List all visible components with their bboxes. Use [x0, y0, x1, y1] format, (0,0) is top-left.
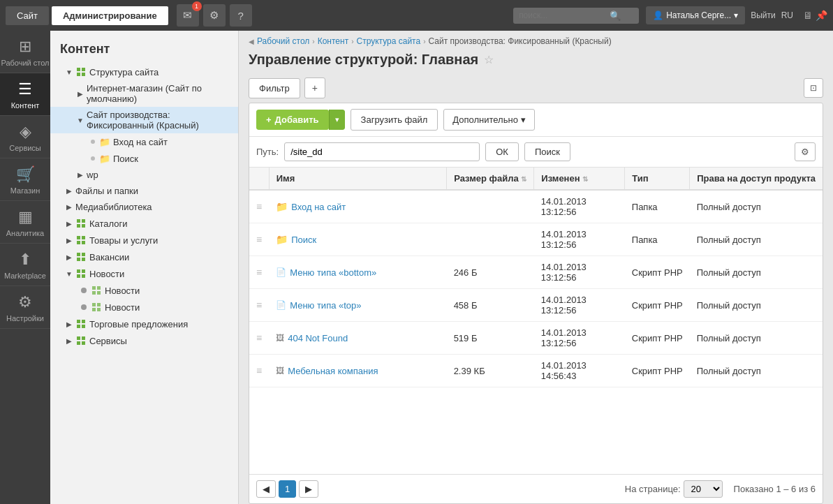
- drag-handle[interactable]: ≡: [249, 322, 269, 355]
- tree-item-vacancies[interactable]: ▶ Вакансии: [50, 249, 238, 265]
- admin-button[interactable]: Администрирование: [52, 6, 168, 25]
- top-bar: Сайт Администрирование ✉ 1 ⚙ ? 🔍 👤 Натал…: [0, 0, 833, 31]
- sidebar-item-settings[interactable]: ⚙ Настройки: [0, 286, 50, 329]
- breadcrumb-dashboard[interactable]: Рабочий стол: [257, 36, 309, 46]
- file-link[interactable]: 🖼Мебельная компания: [276, 366, 439, 376]
- next-page-button[interactable]: ▶: [299, 480, 318, 498]
- tree-item-login[interactable]: 📁 Вход на сайт: [50, 133, 238, 150]
- tree-item-catalogs[interactable]: ▶ Каталоги: [50, 215, 238, 232]
- settings-icon[interactable]: ⚙: [203, 4, 226, 27]
- sidebar-item-shop-label: Магазин: [10, 186, 40, 195]
- prev-page-button[interactable]: ◀: [256, 480, 276, 498]
- tree-item-search[interactable]: 📁 Поиск: [50, 150, 238, 167]
- breadcrumb-structure[interactable]: Структура сайта: [356, 36, 420, 46]
- drag-handle[interactable]: ≡: [249, 355, 269, 387]
- file-link[interactable]: 📁Поиск: [276, 234, 439, 245]
- svg-rect-2: [77, 73, 80, 76]
- tree-arrow-catalogs: ▶: [64, 218, 74, 228]
- col-header-type[interactable]: Тип: [625, 168, 690, 190]
- pin-icon[interactable]: 📌: [816, 10, 827, 21]
- grid-icon-products: [75, 235, 87, 246]
- expand-button[interactable]: ⊡: [804, 78, 823, 98]
- upload-button[interactable]: Загрузить файл: [351, 109, 438, 131]
- sort-modified-icon[interactable]: ⇅: [582, 175, 588, 183]
- tree-item-products[interactable]: ▶ Товары и услуги: [50, 232, 238, 249]
- user-name: Наталья Серге...: [666, 10, 731, 20]
- logout-button[interactable]: Выйти: [751, 10, 776, 20]
- sidebar-item-services-label: Сервисы: [9, 144, 41, 152]
- tree-label-site-structure: Структура сайта: [89, 67, 159, 77]
- file-link[interactable]: 📁Вход на сайт: [276, 201, 439, 212]
- sort-size-icon[interactable]: ⇅: [521, 175, 526, 183]
- drag-handle[interactable]: ≡: [249, 289, 269, 322]
- messages-icon[interactable]: ✉ 1: [177, 4, 199, 27]
- favorite-star-icon[interactable]: ☆: [484, 53, 494, 66]
- search-button[interactable]: Поиск: [524, 142, 570, 161]
- site-button[interactable]: Сайт: [6, 6, 49, 25]
- tree-item-files[interactable]: ▶ Файлы и папки: [50, 183, 238, 199]
- search-input[interactable]: [519, 10, 610, 20]
- file-name-cell: 🖼Мебельная компания: [269, 355, 446, 387]
- tree-item-news-sub1[interactable]: Новости: [50, 282, 238, 299]
- additional-dropdown-icon: ▾: [521, 114, 526, 125]
- add-label: Добавить: [275, 114, 319, 125]
- bullet-news-sub2: [81, 304, 87, 310]
- ok-button[interactable]: ОК: [485, 142, 519, 161]
- grid-icon-site-structure: [75, 66, 87, 77]
- tree-arrow-production-site: ▼: [75, 115, 85, 125]
- path-input[interactable]: [284, 142, 480, 161]
- tree-arrow-media: ▶: [64, 202, 74, 212]
- sidebar-item-dashboard[interactable]: ⊞ Рабочий стол: [0, 31, 50, 73]
- add-dropdown-arrow[interactable]: ▾: [329, 110, 345, 130]
- tree-item-internet-shop[interactable]: ▶ Интернет-магазин (Сайт по умолчанию): [50, 80, 238, 107]
- tree-arrow-news: ▼: [64, 269, 74, 279]
- tree-arrow-products: ▶: [64, 235, 74, 245]
- tree-item-news-sub2[interactable]: Новости: [50, 299, 238, 316]
- page-1-button[interactable]: 1: [279, 480, 296, 498]
- per-page-select[interactable]: 20 50 100: [684, 480, 723, 498]
- grid-icon-news-sub1: [91, 285, 102, 296]
- sidebar-item-marketplace[interactable]: ⬆ Marketplace: [0, 244, 50, 286]
- tree-item-production-site[interactable]: ▼ Сайт производства: Фиксированный (Крас…: [50, 107, 238, 133]
- file-link[interactable]: 📄Меню типа «top»: [276, 300, 439, 311]
- file-size-cell: [447, 223, 534, 256]
- add-plus-button[interactable]: +: [304, 77, 325, 98]
- sidebar-item-services[interactable]: ◈ Сервисы: [0, 116, 50, 158]
- svg-rect-10: [77, 241, 80, 244]
- user-button[interactable]: 👤 Наталья Серге... ▾: [646, 6, 745, 24]
- showing-label: Показано 1 – 6 из 6: [734, 484, 816, 494]
- drag-handle[interactable]: ≡: [249, 256, 269, 289]
- tree-item-media[interactable]: ▶ Медиабиблиотека: [50, 199, 238, 215]
- add-button[interactable]: + Добавить: [256, 110, 329, 130]
- sidebar-item-analytics[interactable]: ▦ Аналитика: [0, 201, 50, 244]
- col-header-access[interactable]: Права на доступ продукта: [690, 168, 823, 190]
- help-icon[interactable]: ?: [230, 4, 252, 27]
- col-header-name[interactable]: Имя: [269, 168, 446, 190]
- drag-handle[interactable]: ≡: [249, 223, 269, 256]
- additional-button[interactable]: Дополнительно ▾: [443, 109, 535, 131]
- sidebar-item-content[interactable]: ☰ Контент: [0, 73, 50, 116]
- drag-handle[interactable]: ≡: [249, 190, 269, 223]
- col-header-modified[interactable]: Изменен ⇅: [534, 168, 625, 190]
- breadcrumb-current: Сайт производства: Фиксированный (Красны…: [429, 36, 612, 46]
- tree-item-site-structure[interactable]: ▼ Структура сайта: [50, 64, 238, 80]
- filter-button[interactable]: Фильтр: [249, 78, 300, 98]
- breadcrumb-content[interactable]: Контент: [318, 36, 348, 46]
- tree-item-news[interactable]: ▼ Новости: [50, 265, 238, 282]
- col-header-size[interactable]: Размер файла ⇅: [447, 168, 534, 190]
- file-link[interactable]: 🖼404 Not Found: [276, 333, 439, 343]
- drag-handle-icon: ≡: [256, 234, 262, 245]
- tree-item-offers[interactable]: ▶ Торговые предложения: [50, 316, 238, 332]
- language-button[interactable]: RU: [781, 10, 793, 20]
- path-bar: Путь: ОК Поиск ⚙: [249, 137, 823, 168]
- tree-item-wp[interactable]: ▶ wp: [50, 167, 238, 183]
- monitor-icon[interactable]: 🖥: [803, 10, 813, 21]
- sidebar-item-shop[interactable]: 🛒 Магазин: [0, 158, 50, 201]
- tree-item-svc[interactable]: ▶ Сервисы: [50, 332, 238, 349]
- main-content: ◀ Рабочий стол › Контент › Структура сай…: [239, 31, 833, 504]
- svg-rect-6: [77, 224, 80, 228]
- gear-button[interactable]: ⚙: [795, 142, 816, 161]
- tree-label-search: Поиск: [113, 154, 138, 164]
- table-row: ≡🖼404 Not Found519 Б14.01.2013 13:12:56С…: [249, 322, 823, 355]
- file-link[interactable]: 📄Меню типа «bottom»: [276, 267, 439, 278]
